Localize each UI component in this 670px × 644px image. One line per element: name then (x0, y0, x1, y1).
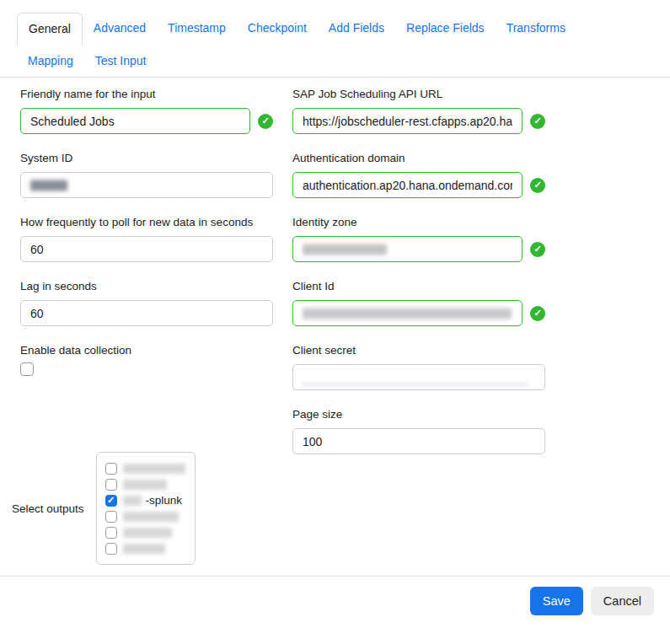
redacted-option-label (123, 464, 185, 474)
identity-zone-input-row: ✓ (292, 236, 545, 262)
valid-check-icon: ✓ (530, 306, 545, 321)
field-auth-domain: Authentication domain ✓ (292, 152, 545, 198)
output-option-checkbox[interactable] (105, 479, 117, 491)
tab-advanced[interactable]: Advanced (83, 13, 157, 46)
output-option-checkbox[interactable] (105, 543, 117, 555)
field-api-url: SAP Job Scheduling API URL ✓ (292, 88, 545, 134)
cancel-button[interactable]: Cancel (591, 587, 654, 615)
valid-check-icon: ✓ (258, 114, 273, 129)
tabs-nav: General Advanced Timestamp Checkpoint Ad… (0, 0, 670, 78)
tab-test-input[interactable]: Test Input (84, 46, 158, 77)
field-enable-data-collection: Enable data collection (20, 344, 273, 376)
field-system-id: System ID (20, 152, 273, 198)
lag-seconds-label: Lag in seconds (20, 280, 273, 293)
output-option (105, 540, 186, 556)
page-size-input[interactable] (292, 428, 545, 454)
field-client-secret: Client secret (292, 344, 545, 390)
api-url-input-row: ✓ (292, 108, 545, 134)
valid-check-icon: ✓ (530, 114, 545, 129)
redacted-option-label (123, 528, 172, 538)
output-option-checkbox[interactable] (105, 527, 117, 539)
tab-general[interactable]: General (17, 13, 83, 46)
client-secret-input-row (292, 364, 545, 390)
tab-checkpoint[interactable]: Checkpoint (237, 13, 318, 46)
form-column-right: SAP Job Scheduling API URL ✓ Authenticat… (292, 88, 545, 472)
poll-interval-input[interactable] (20, 236, 273, 262)
output-option (105, 508, 186, 524)
output-option: -splunk (105, 492, 186, 508)
client-id-input-row: ✓ (292, 300, 545, 326)
identity-zone-input[interactable] (292, 236, 523, 262)
enable-data-collection-checkbox[interactable] (20, 362, 34, 376)
client-secret-label: Client secret (292, 344, 545, 357)
tabs-row-2: Mapping Test Input (17, 46, 653, 77)
output-option-checkbox[interactable] (105, 463, 117, 475)
auth-domain-input-row: ✓ (292, 172, 545, 198)
form-footer: Save Cancel (0, 576, 670, 615)
redacted-option-label (123, 512, 179, 522)
field-client-id: Client Id ✓ (292, 280, 545, 326)
valid-check-icon: ✓ (530, 242, 545, 257)
save-button[interactable]: Save (530, 587, 583, 615)
output-option-checkbox[interactable] (105, 511, 117, 523)
redacted-option-label (123, 496, 142, 506)
friendly-name-input-row: ✓ (20, 108, 273, 134)
system-id-input[interactable] (20, 172, 273, 198)
field-lag-seconds: Lag in seconds (20, 280, 273, 326)
select-outputs-row: Select outputs -splunk (12, 452, 273, 565)
friendly-name-label: Friendly name for the input (20, 88, 273, 101)
system-id-label: System ID (20, 152, 273, 165)
tab-replace-fields[interactable]: Replace Fields (395, 13, 496, 46)
tab-mapping[interactable]: Mapping (17, 46, 84, 77)
auth-domain-input[interactable] (292, 172, 523, 198)
client-secret-input[interactable] (292, 364, 545, 390)
tab-transforms[interactable]: Transforms (496, 13, 576, 46)
identity-zone-label: Identity zone (292, 216, 545, 229)
output-option (105, 460, 186, 476)
poll-interval-label: How frequently to poll for new data in s… (20, 216, 273, 229)
poll-interval-input-row (20, 236, 273, 262)
select-outputs-label: Select outputs (12, 502, 84, 515)
output-option (105, 524, 186, 540)
enable-data-collection-wrap (20, 362, 273, 376)
field-poll-interval: How frequently to poll for new data in s… (20, 216, 273, 262)
tabs-row-1: General Advanced Timestamp Checkpoint Ad… (17, 13, 653, 46)
lag-seconds-input-row (20, 300, 273, 326)
form-column-left: Friendly name for the input ✓ System ID … (20, 88, 273, 565)
api-url-label: SAP Job Scheduling API URL (292, 88, 545, 101)
enable-data-collection-label: Enable data collection (20, 344, 273, 357)
system-id-input-row (20, 172, 273, 198)
general-form: Friendly name for the input ✓ System ID … (0, 78, 670, 565)
tab-add-fields[interactable]: Add Fields (318, 13, 395, 46)
api-url-input[interactable] (292, 108, 523, 134)
field-identity-zone: Identity zone ✓ (292, 216, 545, 262)
output-option (105, 476, 186, 492)
tab-timestamp[interactable]: Timestamp (157, 13, 237, 46)
field-friendly-name: Friendly name for the input ✓ (20, 88, 273, 134)
lag-seconds-input[interactable] (20, 300, 273, 326)
auth-domain-label: Authentication domain (292, 152, 545, 165)
output-option-checkbox[interactable] (105, 495, 117, 507)
client-id-label: Client Id (292, 280, 545, 293)
client-id-input[interactable] (292, 300, 523, 326)
redacted-option-label (123, 544, 165, 554)
field-page-size: Page size (292, 408, 545, 454)
output-option-visible-text: -splunk (146, 494, 183, 507)
friendly-name-input[interactable] (20, 108, 250, 134)
valid-check-icon: ✓ (530, 178, 545, 193)
select-outputs-listbox[interactable]: -splunk (96, 452, 196, 565)
page-size-input-row (292, 428, 545, 454)
page-size-label: Page size (292, 408, 545, 421)
redacted-option-label (123, 480, 167, 490)
